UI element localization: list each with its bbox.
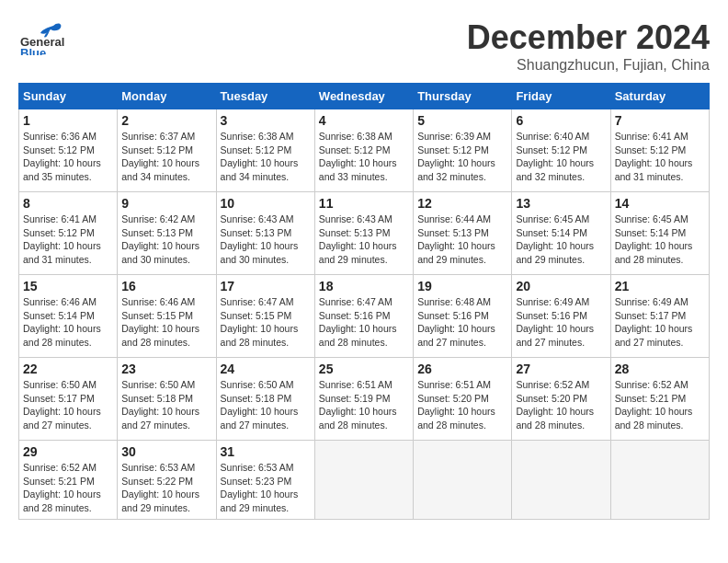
- day-info: Sunrise: 6:51 AMSunset: 5:19 PMDaylight:…: [319, 378, 409, 432]
- calendar-cell: 10 Sunrise: 6:43 AMSunset: 5:13 PMDaylig…: [216, 192, 314, 275]
- day-info: Sunrise: 6:53 AMSunset: 5:22 PMDaylight:…: [121, 461, 211, 515]
- calendar-cell: 13 Sunrise: 6:45 AMSunset: 5:14 PMDaylig…: [512, 192, 610, 275]
- calendar-cell: 2 Sunrise: 6:37 AMSunset: 5:12 PMDayligh…: [118, 109, 216, 192]
- day-number: 4: [319, 113, 409, 128]
- calendar-cell: 16 Sunrise: 6:46 AMSunset: 5:15 PMDaylig…: [118, 275, 216, 358]
- day-info: Sunrise: 6:52 AMSunset: 5:21 PMDaylight:…: [615, 378, 705, 432]
- calendar-day-header: Wednesday: [314, 84, 413, 109]
- day-number: 8: [23, 196, 113, 211]
- logo-image: General Blue: [18, 18, 64, 55]
- calendar-cell: [314, 441, 413, 520]
- calendar-header-row: SundayMondayTuesdayWednesdayThursdayFrid…: [19, 84, 710, 109]
- calendar-cell: 5 Sunrise: 6:39 AMSunset: 5:12 PMDayligh…: [414, 109, 512, 192]
- calendar-cell: 15 Sunrise: 6:46 AMSunset: 5:14 PMDaylig…: [19, 275, 118, 358]
- day-info: Sunrise: 6:51 AMSunset: 5:20 PMDaylight:…: [417, 378, 507, 432]
- calendar-day-header: Saturday: [610, 84, 709, 109]
- calendar-cell: 1 Sunrise: 6:36 AMSunset: 5:12 PMDayligh…: [19, 109, 118, 192]
- calendar-cell: 6 Sunrise: 6:40 AMSunset: 5:12 PMDayligh…: [512, 109, 610, 192]
- calendar-cell: 29 Sunrise: 6:52 AMSunset: 5:21 PMDaylig…: [19, 441, 118, 520]
- calendar-cell: 24 Sunrise: 6:50 AMSunset: 5:18 PMDaylig…: [216, 358, 314, 441]
- page-header: General Blue December 2024 Shuangzhucun,…: [18, 18, 710, 74]
- day-info: Sunrise: 6:38 AMSunset: 5:12 PMDaylight:…: [319, 130, 409, 184]
- day-info: Sunrise: 6:38 AMSunset: 5:12 PMDaylight:…: [221, 130, 311, 184]
- calendar-cell: 28 Sunrise: 6:52 AMSunset: 5:21 PMDaylig…: [610, 358, 709, 441]
- day-number: 20: [516, 279, 606, 293]
- calendar-cell: 27 Sunrise: 6:52 AMSunset: 5:20 PMDaylig…: [512, 358, 610, 441]
- svg-text:Blue: Blue: [20, 46, 46, 55]
- calendar-week-row: 22 Sunrise: 6:50 AMSunset: 5:17 PMDaylig…: [19, 358, 710, 441]
- day-info: Sunrise: 6:36 AMSunset: 5:12 PMDaylight:…: [23, 130, 113, 184]
- calendar-cell: 19 Sunrise: 6:48 AMSunset: 5:16 PMDaylig…: [414, 275, 512, 358]
- day-number: 22: [23, 362, 113, 376]
- calendar-week-row: 15 Sunrise: 6:46 AMSunset: 5:14 PMDaylig…: [19, 275, 710, 358]
- calendar-cell: 30 Sunrise: 6:53 AMSunset: 5:22 PMDaylig…: [118, 441, 216, 520]
- day-info: Sunrise: 6:53 AMSunset: 5:23 PMDaylight:…: [221, 461, 311, 515]
- title-section: December 2024 Shuangzhucun, Fujian, Chin…: [467, 18, 710, 74]
- day-info: Sunrise: 6:49 AMSunset: 5:16 PMDaylight:…: [516, 295, 606, 350]
- calendar-cell: 3 Sunrise: 6:38 AMSunset: 5:12 PMDayligh…: [216, 109, 314, 192]
- day-number: 26: [417, 362, 507, 376]
- location: Shuangzhucun, Fujian, China: [467, 57, 710, 74]
- calendar-cell: 25 Sunrise: 6:51 AMSunset: 5:19 PMDaylig…: [314, 358, 413, 441]
- calendar-cell: 17 Sunrise: 6:47 AMSunset: 5:15 PMDaylig…: [216, 275, 314, 358]
- day-info: Sunrise: 6:46 AMSunset: 5:14 PMDaylight:…: [23, 295, 113, 350]
- calendar-day-header: Monday: [118, 84, 216, 109]
- day-number: 19: [417, 279, 507, 293]
- day-number: 21: [615, 279, 705, 293]
- day-number: 30: [121, 444, 211, 459]
- calendar-cell: 11 Sunrise: 6:43 AMSunset: 5:13 PMDaylig…: [314, 192, 413, 275]
- day-number: 25: [319, 362, 409, 376]
- calendar-day-header: Tuesday: [216, 84, 314, 109]
- day-number: 2: [121, 113, 211, 128]
- day-info: Sunrise: 6:47 AMSunset: 5:16 PMDaylight:…: [319, 295, 409, 350]
- day-number: 10: [221, 196, 311, 211]
- logo-svg: General Blue: [18, 18, 64, 55]
- day-info: Sunrise: 6:52 AMSunset: 5:21 PMDaylight:…: [23, 461, 113, 515]
- calendar-cell: 14 Sunrise: 6:45 AMSunset: 5:14 PMDaylig…: [610, 192, 709, 275]
- day-info: Sunrise: 6:44 AMSunset: 5:13 PMDaylight:…: [417, 213, 507, 267]
- calendar-cell: [512, 441, 610, 520]
- day-info: Sunrise: 6:40 AMSunset: 5:12 PMDaylight:…: [516, 130, 606, 184]
- day-number: 7: [615, 113, 705, 128]
- day-number: 27: [516, 362, 606, 376]
- logo: General Blue: [18, 18, 64, 55]
- day-number: 11: [319, 196, 409, 211]
- day-number: 14: [615, 196, 705, 211]
- month-title: December 2024: [467, 18, 710, 57]
- day-number: 16: [121, 279, 211, 293]
- day-info: Sunrise: 6:45 AMSunset: 5:14 PMDaylight:…: [615, 213, 705, 267]
- calendar-cell: 12 Sunrise: 6:44 AMSunset: 5:13 PMDaylig…: [414, 192, 512, 275]
- day-info: Sunrise: 6:39 AMSunset: 5:12 PMDaylight:…: [417, 130, 507, 184]
- day-number: 9: [121, 196, 211, 211]
- calendar-cell: [414, 441, 512, 520]
- day-info: Sunrise: 6:43 AMSunset: 5:13 PMDaylight:…: [221, 213, 311, 267]
- calendar-week-row: 8 Sunrise: 6:41 AMSunset: 5:12 PMDayligh…: [19, 192, 710, 275]
- day-number: 3: [221, 113, 311, 128]
- day-number: 18: [319, 279, 409, 293]
- calendar-table: SundayMondayTuesdayWednesdayThursdayFrid…: [18, 83, 710, 520]
- calendar-cell: 31 Sunrise: 6:53 AMSunset: 5:23 PMDaylig…: [216, 441, 314, 520]
- calendar-week-row: 29 Sunrise: 6:52 AMSunset: 5:21 PMDaylig…: [19, 441, 710, 520]
- calendar-cell: 7 Sunrise: 6:41 AMSunset: 5:12 PMDayligh…: [610, 109, 709, 192]
- calendar-cell: 18 Sunrise: 6:47 AMSunset: 5:16 PMDaylig…: [314, 275, 413, 358]
- day-info: Sunrise: 6:46 AMSunset: 5:15 PMDaylight:…: [121, 295, 211, 350]
- calendar-week-row: 1 Sunrise: 6:36 AMSunset: 5:12 PMDayligh…: [19, 109, 710, 192]
- calendar-cell: 23 Sunrise: 6:50 AMSunset: 5:18 PMDaylig…: [118, 358, 216, 441]
- calendar-day-header: Thursday: [414, 84, 512, 109]
- day-number: 6: [516, 113, 606, 128]
- day-number: 15: [23, 279, 113, 293]
- day-number: 12: [417, 196, 507, 211]
- day-info: Sunrise: 6:43 AMSunset: 5:13 PMDaylight:…: [319, 213, 409, 267]
- day-number: 13: [516, 196, 606, 211]
- day-number: 23: [121, 362, 211, 376]
- day-number: 29: [23, 444, 113, 459]
- day-number: 31: [221, 444, 311, 459]
- day-info: Sunrise: 6:52 AMSunset: 5:20 PMDaylight:…: [516, 378, 606, 432]
- day-info: Sunrise: 6:50 AMSunset: 5:18 PMDaylight:…: [221, 378, 311, 432]
- calendar-cell: 8 Sunrise: 6:41 AMSunset: 5:12 PMDayligh…: [19, 192, 118, 275]
- calendar-cell: 21 Sunrise: 6:49 AMSunset: 5:17 PMDaylig…: [610, 275, 709, 358]
- day-info: Sunrise: 6:41 AMSunset: 5:12 PMDaylight:…: [615, 130, 705, 184]
- day-info: Sunrise: 6:42 AMSunset: 5:13 PMDaylight:…: [121, 213, 211, 267]
- calendar-cell: 4 Sunrise: 6:38 AMSunset: 5:12 PMDayligh…: [314, 109, 413, 192]
- calendar-cell: 9 Sunrise: 6:42 AMSunset: 5:13 PMDayligh…: [118, 192, 216, 275]
